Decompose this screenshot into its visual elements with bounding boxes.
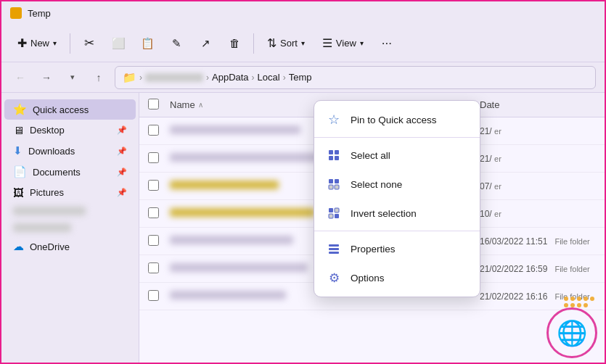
copy-button[interactable]: ⬜ [105,30,131,57]
address-local: Local [258,72,280,83]
sort-label: Sort [280,38,298,49]
sidebar-item-pictures[interactable]: 🖼 Pictures 📌 [4,183,136,202]
more-button[interactable]: ··· [374,30,400,57]
sidebar-item-desktop[interactable]: 🖥 Desktop 📌 [4,120,136,140]
address-blurred-segment [145,73,203,82]
delete-button[interactable]: 🗑 [221,30,247,57]
invert-icon [326,205,342,221]
globe-circle: 🌐 [546,307,597,358]
toolbar-sep-2 [253,33,254,54]
forward-button[interactable]: → [36,67,57,88]
menu-item-options[interactable]: ⚙ Options [314,263,480,292]
dot [570,297,575,301]
dot [577,303,581,307]
svg-rect-5 [335,179,339,183]
window-title: Temp [28,8,51,19]
new-icon: ✚ [17,36,27,50]
downloads-icon: ⬇ [13,144,22,157]
menu-separator-1 [314,137,480,138]
svg-rect-3 [335,156,339,160]
address-sep-3: › [252,73,255,83]
new-label: New [30,38,49,49]
sort-arrow-icon: ∧ [198,101,203,109]
new-chevron-icon: ▾ [53,39,57,47]
svg-rect-14 [329,252,339,254]
recent-button[interactable]: ▾ [62,67,83,88]
sidebar-pictures-label: Pictures [30,187,111,198]
menu-item-invert[interactable]: Invert selection [314,199,480,228]
menu-item-select-all[interactable]: Select all [314,141,480,170]
file-area: Name ∧ Date 21/ er 21/ er [139,93,605,364]
back-button[interactable]: ← [10,67,30,88]
svg-rect-6 [329,185,333,189]
menu-pin-label: Pin to Quick access [351,115,437,125]
address-appdata: AppData [212,72,249,83]
rename-button[interactable]: ✎ [163,30,189,57]
sidebar-blurred-1 [13,207,86,215]
svg-rect-7 [335,185,339,189]
svg-rect-2 [329,156,333,160]
sidebar-item-documents[interactable]: 📄 Documents 📌 [4,162,136,182]
sidebar-item-blurred-2[interactable] [4,220,136,236]
sort-chevron-icon: ▾ [301,39,305,47]
up-button[interactable]: ↑ [89,67,109,88]
menu-item-pin[interactable]: ☆ Pin to Quick access [314,105,480,134]
paste-button[interactable]: 📋 [134,30,160,57]
select-none-icon [326,176,342,192]
toolbar-sep-1 [70,33,70,54]
row-check-1[interactable] [148,125,170,138]
title-bar: Temp [1,1,605,25]
pin-icon: ☆ [326,112,342,128]
address-sep-2: › [206,73,209,83]
address-sep-4: › [283,73,286,83]
svg-rect-8 [329,208,333,212]
share-button[interactable]: ↗ [192,30,218,57]
dot [584,303,588,307]
quick-access-icon: ⭐ [13,103,27,116]
sidebar-item-downloads[interactable]: ⬇ Downloads 📌 [4,141,136,161]
menu-separator-2 [314,231,480,231]
menu-invert-label: Invert selection [351,208,417,219]
svg-rect-9 [335,208,339,212]
select-all-checkbox[interactable] [148,99,159,109]
menu-options-label: Options [351,273,385,284]
view-button[interactable]: ☰ View ▾ [315,32,371,54]
sidebar-item-onedrive[interactable]: ☁ OneDrive [4,236,136,257]
menu-properties-label: Properties [351,244,396,255]
col-name-label: Name [170,99,195,110]
header-date: Date [480,99,596,110]
documents-icon: 📄 [13,165,27,178]
svg-rect-1 [335,150,339,154]
svg-rect-10 [329,214,333,218]
sidebar-item-blurred-1[interactable] [4,203,136,219]
view-icon: ☰ [322,36,332,50]
window-icon [10,7,22,19]
documents-pin-icon: 📌 [117,167,127,177]
properties-icon [326,241,342,257]
dot [590,297,594,301]
pictures-pin-icon: 📌 [117,188,127,197]
desktop-pin-icon: 📌 [117,125,127,135]
globe-area: 🌐 [546,307,599,360]
sidebar-quick-access-label: Quick access [33,104,127,115]
dot [577,297,581,301]
dot [570,303,575,307]
dots-pattern [564,297,599,307]
dot [564,303,568,307]
main-area: ⭐ Quick access 🖥 Desktop 📌 ⬇ Downloads 📌… [1,93,605,364]
sidebar-blurred-2 [13,223,71,232]
toolbar: ✚ New ▾ ✂ ⬜ 📋 ✎ ↗ 🗑 ⇅ Sort ▾ ☰ View ▾ ··… [1,25,605,62]
menu-select-all-label: Select all [351,150,390,161]
cut-button[interactable]: ✂ [76,30,102,57]
view-label: View [336,38,356,49]
sidebar-item-quick-access[interactable]: ⭐ Quick access [4,99,136,120]
row-date-1: 21/ er [480,126,596,136]
svg-rect-4 [329,179,333,183]
menu-item-properties[interactable]: Properties [314,234,480,263]
address-path[interactable]: 📁 › › AppData › Local › Temp [115,66,596,89]
sort-button[interactable]: ⇅ Sort ▾ [260,32,312,54]
sidebar: ⭐ Quick access 🖥 Desktop 📌 ⬇ Downloads 📌… [1,93,139,364]
menu-item-select-none[interactable]: Select none [314,170,480,199]
svg-rect-12 [329,244,339,247]
new-button[interactable]: ✚ New ▾ [10,32,64,54]
